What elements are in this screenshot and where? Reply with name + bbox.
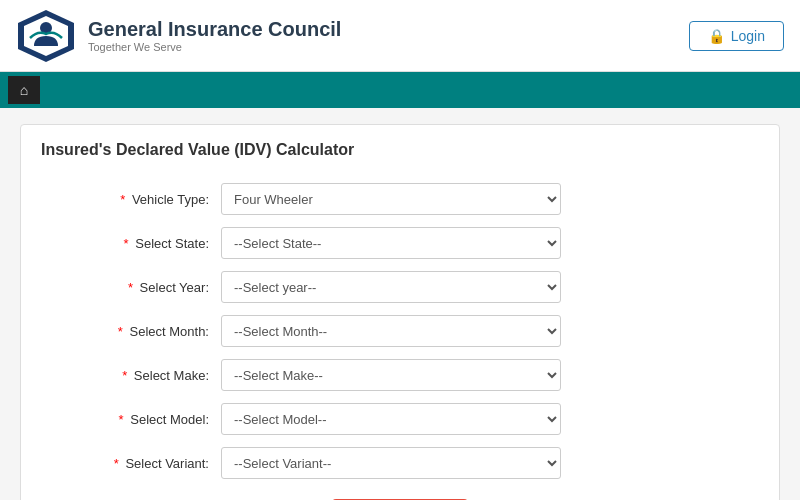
required-star: * — [128, 280, 137, 295]
form-row-month-select: * Select Month:--Select Month-- — [41, 315, 759, 347]
required-star: * — [118, 324, 127, 339]
label-make-select: * Select Make: — [41, 368, 221, 383]
org-info: General Insurance Council Together We Se… — [88, 18, 341, 53]
label-state-select: * Select State: — [41, 236, 221, 251]
org-tagline: Together We Serve — [88, 41, 341, 53]
login-label: Login — [731, 28, 765, 44]
required-star: * — [114, 456, 123, 471]
year-select[interactable]: --Select year-- — [221, 271, 561, 303]
form-title: Insured's Declared Value (IDV) Calculato… — [41, 141, 759, 167]
label-variant-select: * Select Variant: — [41, 456, 221, 471]
home-icon: ⌂ — [20, 82, 28, 98]
header: General Insurance Council Together We Se… — [0, 0, 800, 72]
form-row-state-select: * Select State:--Select State-- — [41, 227, 759, 259]
required-star: * — [119, 412, 128, 427]
make-select[interactable]: --Select Make-- — [221, 359, 561, 391]
navbar: ⌂ — [0, 72, 800, 108]
main-content: Insured's Declared Value (IDV) Calculato… — [0, 108, 800, 500]
required-star: * — [124, 236, 133, 251]
header-left: General Insurance Council Together We Se… — [16, 8, 341, 64]
label-month-select: * Select Month: — [41, 324, 221, 339]
lock-icon: 🔒 — [708, 28, 725, 44]
login-button[interactable]: 🔒 Login — [689, 21, 784, 51]
form-row-variant-select: * Select Variant:--Select Variant-- — [41, 447, 759, 479]
label-year-select: * Select Year: — [41, 280, 221, 295]
logo — [16, 8, 76, 64]
label-vehicle-type-select: * Vehicle Type: — [41, 192, 221, 207]
vehicle-type-select[interactable]: Two WheelerFour WheelerCommercial Vehicl… — [221, 183, 561, 215]
form-row-make-select: * Select Make:--Select Make-- — [41, 359, 759, 391]
form-row-model-select: * Select Model:--Select Model-- — [41, 403, 759, 435]
required-star: * — [122, 368, 131, 383]
form-row-year-select: * Select Year:--Select year-- — [41, 271, 759, 303]
label-model-select: * Select Model: — [41, 412, 221, 427]
home-button[interactable]: ⌂ — [8, 76, 40, 104]
org-name: General Insurance Council — [88, 18, 341, 41]
variant-select[interactable]: --Select Variant-- — [221, 447, 561, 479]
model-select[interactable]: --Select Model-- — [221, 403, 561, 435]
required-star: * — [120, 192, 129, 207]
idv-calculator-card: Insured's Declared Value (IDV) Calculato… — [20, 124, 780, 500]
form-row-vehicle-type-select: * Vehicle Type:Two WheelerFour WheelerCo… — [41, 183, 759, 215]
state-select[interactable]: --Select State-- — [221, 227, 561, 259]
month-select[interactable]: --Select Month-- — [221, 315, 561, 347]
